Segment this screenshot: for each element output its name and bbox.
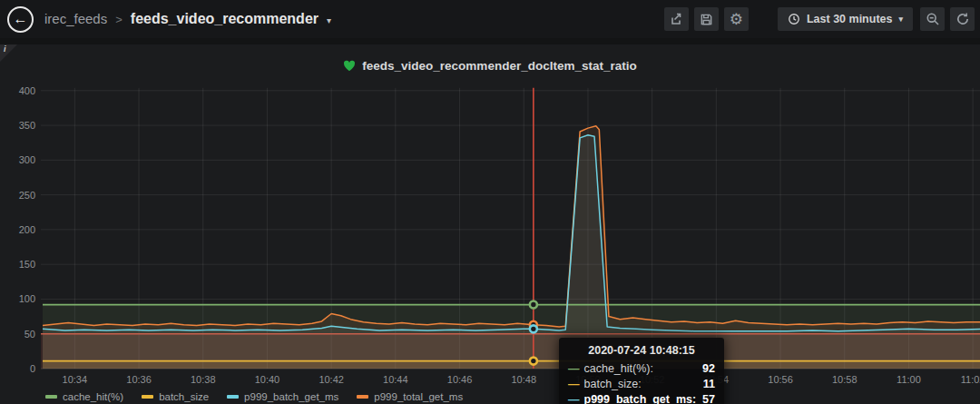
clock-icon xyxy=(788,13,800,25)
panel-title: feeds_video_recommender_docItem_stat_rat… xyxy=(362,59,636,73)
save-icon xyxy=(700,13,713,26)
save-button[interactable] xyxy=(694,7,719,31)
breadcrumb-root[interactable]: irec_feeds xyxy=(44,11,107,26)
panel-header[interactable]: feeds_video_recommender_docItem_stat_rat… xyxy=(0,55,980,75)
series-color-dash: — xyxy=(568,362,580,375)
tooltip-series-value: 11 xyxy=(703,378,715,390)
back-button[interactable]: ← xyxy=(7,6,34,33)
legend-label: batch_size xyxy=(159,391,209,402)
alert-ok-heart-icon xyxy=(343,60,356,72)
series-color-dash: — xyxy=(568,378,580,390)
tooltip-series-value: 92 xyxy=(702,362,715,375)
tooltip-series-label: batch_size: xyxy=(584,378,642,390)
tooltip-series-label: p999_batch_get_ms: xyxy=(584,393,697,404)
graph-panel: i feeds_video_recommender_docItem_stat_r… xyxy=(0,44,980,404)
tooltip-row-batch-size: — batch_size: 11 xyxy=(568,378,715,390)
share-icon xyxy=(669,12,683,26)
settings-button[interactable]: ⚙ xyxy=(724,7,749,31)
refresh-icon xyxy=(956,12,970,26)
header-bar: ← irec_feeds > feeds_video_recommender ▾… xyxy=(0,0,980,38)
time-range-label: Last 30 minutes xyxy=(807,13,892,25)
breadcrumb-current-dashboard[interactable]: feeds_video_recommender xyxy=(131,11,318,27)
tooltip-timestamp: 2020-07-24 10:48:15 xyxy=(568,344,715,357)
chevron-down-icon: ▾ xyxy=(898,15,903,24)
tooltip-row-p999-batch-get-ms: — p999_batch_get_ms: 57 xyxy=(568,393,715,404)
breadcrumb: irec_feeds > feeds_video_recommender ▾ xyxy=(44,11,331,27)
series-color-dash xyxy=(45,395,57,399)
chart-legend: cache_hit(%) batch_size p999_batch_get_m… xyxy=(45,391,463,402)
zoom-out-button[interactable] xyxy=(920,7,945,31)
chevron-down-icon[interactable]: ▾ xyxy=(327,15,331,25)
tooltip-series-value: 57 xyxy=(702,393,715,404)
legend-item-p999-total-get-ms[interactable]: p999_total_get_ms xyxy=(357,391,463,402)
legend-label: p999_batch_get_ms xyxy=(244,391,338,402)
gear-icon: ⚙ xyxy=(730,12,743,27)
time-range-picker[interactable]: Last 30 minutes ▾ xyxy=(778,7,913,31)
tooltip-series-label: cache_hit(%): xyxy=(584,362,653,375)
legend-item-batch-size[interactable]: batch_size xyxy=(142,391,209,402)
legend-label: p999_total_get_ms xyxy=(374,391,463,402)
legend-label: cache_hit(%) xyxy=(63,391,123,402)
refresh-button[interactable] xyxy=(950,7,975,31)
tooltip-row-cache-hit: — cache_hit(%): 92 xyxy=(568,362,715,375)
series-color-dash xyxy=(227,395,239,399)
legend-item-p999-batch-get-ms[interactable]: p999_batch_get_ms xyxy=(227,391,338,402)
series-color-dash xyxy=(357,395,368,399)
breadcrumb-separator: > xyxy=(115,13,122,26)
series-color-dash xyxy=(142,395,153,399)
chart-tooltip: 2020-07-24 10:48:15 — cache_hit(%): 92 —… xyxy=(559,338,724,404)
header-toolbar: ⚙ Last 30 minutes ▾ xyxy=(664,7,980,31)
share-button[interactable] xyxy=(664,7,689,31)
info-icon: i xyxy=(4,44,6,54)
legend-item-cache-hit[interactable]: cache_hit(%) xyxy=(45,391,123,402)
back-arrow-icon: ← xyxy=(14,11,28,27)
zoom-out-icon xyxy=(926,12,940,26)
series-color-dash: — xyxy=(568,393,580,404)
